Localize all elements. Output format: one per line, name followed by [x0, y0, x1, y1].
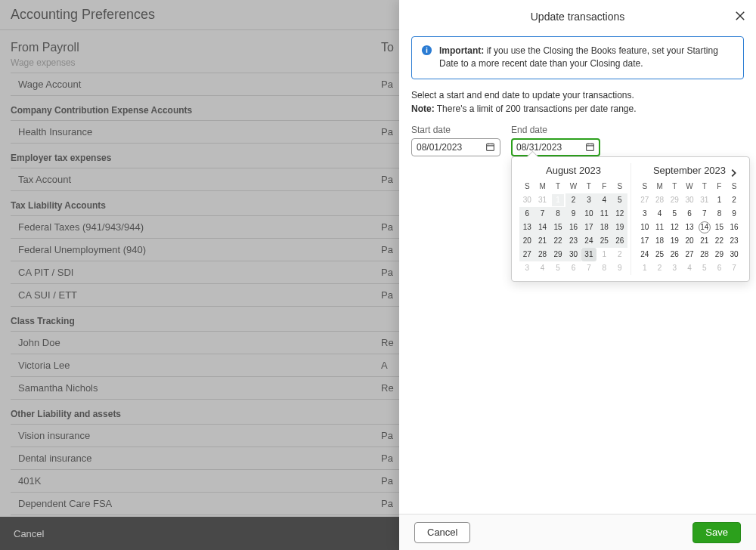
calendar-day[interactable]: 5 [550, 261, 565, 275]
calendar-day[interactable]: 6 [682, 207, 697, 221]
calendar-day[interactable]: 23 [727, 234, 742, 248]
calendar-day[interactable]: 8 [596, 261, 612, 275]
calendar-day[interactable]: 9 [727, 207, 742, 221]
row-name: Federal Unemployment (940) [18, 244, 381, 255]
calendar-day[interactable]: 4 [534, 261, 550, 275]
calendar-day[interactable]: 22 [550, 234, 565, 248]
calendar-day[interactable]: 10 [581, 207, 596, 221]
svg-rect-1 [426, 49, 428, 53]
calendar-day[interactable]: 14 [699, 221, 711, 233]
calendar-day[interactable]: 9 [612, 261, 627, 275]
calendar-day[interactable]: 16 [565, 221, 581, 234]
end-date-input[interactable]: 08/31/2023 [511, 138, 600, 156]
calendar-day[interactable]: 19 [667, 234, 682, 248]
calendar-day[interactable]: 6 [565, 261, 581, 275]
calendar-day[interactable]: 6 [712, 261, 727, 275]
calendar-day[interactable]: 25 [652, 248, 668, 261]
calendar-day[interactable]: 15 [712, 221, 727, 234]
calendar-day[interactable]: 3 [519, 261, 534, 275]
calendar-day[interactable]: 31 [534, 193, 550, 207]
bg-cancel[interactable]: Cancel [14, 528, 44, 539]
calendar-day[interactable]: 2 [727, 193, 742, 207]
cancel-button[interactable]: Cancel [414, 522, 470, 543]
calendar-day[interactable]: 28 [652, 193, 668, 207]
calendar-day[interactable]: 4 [652, 207, 668, 221]
calendar-day[interactable]: 3 [581, 193, 596, 207]
start-date-input[interactable]: 08/01/2023 [411, 138, 500, 156]
calendar-day[interactable]: 16 [727, 221, 742, 234]
calendar-day[interactable]: 4 [682, 261, 697, 275]
calendar-day[interactable]: 12 [612, 207, 627, 221]
calendar-day[interactable]: 14 [534, 221, 550, 234]
calendar-day[interactable]: 29 [667, 193, 682, 207]
calendar-day[interactable]: 2 [565, 193, 581, 207]
calendar-day[interactable]: 23 [565, 234, 581, 248]
calendar-day[interactable]: 30 [682, 193, 697, 207]
calendar-day[interactable]: 5 [697, 261, 712, 275]
calendar-day[interactable]: 11 [652, 221, 668, 234]
calendar-day[interactable]: 1 [596, 248, 612, 261]
calendar-day[interactable]: 8 [550, 207, 565, 221]
calendar-day[interactable]: 13 [519, 221, 534, 234]
calendar-day[interactable]: 22 [712, 234, 727, 248]
calendar-day[interactable]: 26 [612, 234, 627, 248]
calendar-day[interactable]: 7 [727, 261, 742, 275]
calendar-day[interactable]: 30 [519, 193, 534, 207]
calendar-day[interactable]: 6 [519, 207, 534, 221]
dow-label: S [637, 182, 652, 190]
calendar-day[interactable]: 4 [596, 193, 612, 207]
calendar-day[interactable]: 31 [581, 248, 596, 261]
calendar-day[interactable]: 25 [596, 234, 612, 248]
calendar-day[interactable]: 17 [637, 234, 652, 248]
calendar-day[interactable]: 2 [612, 248, 627, 261]
calendar-month-august: August 2023 SMTWTFS 30311234567891011121… [516, 163, 631, 275]
calendar-day[interactable]: 27 [637, 193, 652, 207]
calendar-day[interactable]: 1 [712, 193, 727, 207]
calendar-day[interactable]: 20 [682, 234, 697, 248]
calendar-day[interactable]: 17 [581, 221, 596, 234]
calendar-day[interactable]: 8 [712, 207, 727, 221]
calendar-day[interactable]: 24 [581, 234, 596, 248]
calendar-day[interactable]: 24 [637, 248, 652, 261]
calendar-day[interactable]: 21 [697, 234, 712, 248]
calendar-day[interactable]: 30 [727, 248, 742, 261]
row-name: Federal Taxes (941/943/944) [18, 221, 381, 233]
save-button[interactable]: Save [692, 522, 741, 543]
calendar-day[interactable]: 31 [697, 193, 712, 207]
calendar-day[interactable]: 12 [667, 221, 682, 234]
next-month-icon[interactable] [728, 168, 740, 180]
calendar-day[interactable]: 1 [552, 194, 564, 206]
calendar-day[interactable]: 7 [534, 207, 550, 221]
calendar-day[interactable]: 30 [565, 248, 581, 261]
calendar-day[interactable]: 28 [534, 248, 550, 261]
calendar-day[interactable]: 21 [534, 234, 550, 248]
calendar-day[interactable]: 5 [612, 193, 627, 207]
calendar-day[interactable]: 3 [667, 261, 682, 275]
calendar-day[interactable]: 20 [519, 234, 534, 248]
calendar-icon[interactable] [585, 142, 595, 152]
bg-footer: Cancel [0, 517, 399, 550]
calendar-day[interactable]: 27 [682, 248, 697, 261]
calendar-day[interactable]: 2 [652, 261, 668, 275]
close-icon[interactable] [733, 9, 747, 23]
calendar-day[interactable]: 10 [637, 221, 652, 234]
calendar-day[interactable]: 5 [667, 207, 682, 221]
calendar-day[interactable]: 9 [565, 207, 581, 221]
calendar-day[interactable]: 7 [697, 207, 712, 221]
calendar-day[interactable]: 15 [550, 221, 565, 234]
calendar-day[interactable]: 26 [667, 248, 682, 261]
calendar-day[interactable]: 29 [712, 248, 727, 261]
calendar-day[interactable]: 13 [682, 221, 697, 234]
calendar-day[interactable]: 11 [596, 207, 612, 221]
calendar-day[interactable]: 18 [652, 234, 668, 248]
calendar-day[interactable]: 7 [581, 261, 596, 275]
calendar-day[interactable]: 29 [550, 248, 565, 261]
calendar-day[interactable]: 27 [519, 248, 534, 261]
calendar-day[interactable]: 18 [596, 221, 612, 234]
calendar-day[interactable]: 3 [637, 207, 652, 221]
panel-header: Update transactions [399, 0, 756, 33]
calendar-day[interactable]: 19 [612, 221, 627, 234]
calendar-day[interactable]: 1 [637, 261, 652, 275]
calendar-icon[interactable] [485, 142, 495, 152]
calendar-day[interactable]: 28 [697, 248, 712, 261]
